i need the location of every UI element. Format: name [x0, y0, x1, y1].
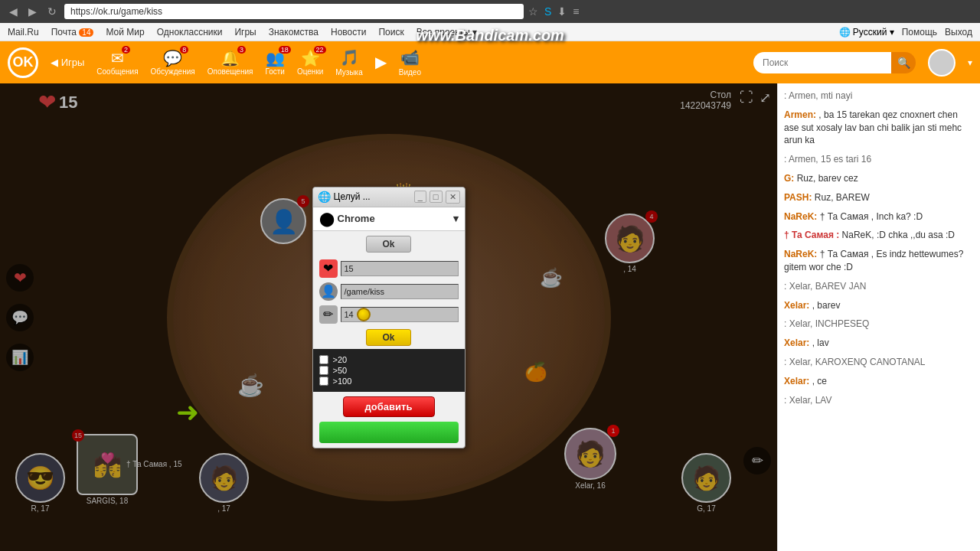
chat-text-6: NaReK, :D chka ,,du asa :D — [842, 230, 955, 240]
guests-badge: 18 — [279, 46, 291, 54]
pencil-row-icon: ✏ — [319, 305, 338, 324]
user-avatar[interactable] — [928, 49, 956, 77]
nav-pochta[interactable]: Почта 14 — [51, 27, 94, 37]
search-input[interactable] — [753, 52, 891, 73]
chat-sender-4: PASH: — [784, 192, 812, 203]
check-20-label: >20 — [333, 355, 348, 364]
dialog-window: 🌐 Целуй ... _ □ ✕ ⬤ Chrome ▾ Ok — [312, 187, 466, 448]
ok-button-2[interactable]: Ok — [366, 329, 410, 346]
game-area: ❤ 15 Стол 1422043749 ⛶ ⤢ ❤ 💬 📊 — [0, 83, 777, 551]
chat-anon-8: : Xelar, BAREV JAN — [784, 281, 866, 292]
main-content: ❤ 15 Стол 1422043749 ⛶ ⤢ ❤ 💬 📊 — [0, 83, 980, 551]
nav-notifications[interactable]: 🔔 3 Оповещения — [207, 49, 253, 76]
chat-msg-12: : Xelar, KAROXENQ CANOTANAL — [784, 356, 974, 369]
notifications-badge: 3 — [237, 46, 246, 54]
chat-panel: : Armen, mti nayi Armen: , ba 15 tarekan… — [777, 83, 980, 551]
top-nav: Mail.Ru Почта 14 Мой Мир Одноклассники И… — [0, 23, 980, 41]
chat-anon-14: : Xelar, LAV — [784, 395, 831, 406]
top-nav-right: 🌐 Русский ▾ Помощь Выход — [839, 27, 972, 37]
ok-logo[interactable]: OK — [8, 47, 38, 78]
chat-msg-7: NaReK: † Та Самая , Es indz hettewumes? … — [784, 248, 974, 274]
nav-znakomstva[interactable]: Знакомства — [269, 27, 318, 37]
chat-msg-4: PASH: Ruz, BAREW — [784, 191, 974, 204]
search-button[interactable]: 🔍 — [891, 52, 916, 73]
browser-name: Chrome — [338, 213, 375, 224]
messages-badge: 2 — [122, 46, 130, 54]
check-100[interactable] — [319, 377, 328, 386]
chat-msg-14: : Xelar, LAV — [784, 394, 974, 407]
check-50[interactable] — [319, 366, 328, 375]
chrome-icon: ⬤ — [319, 210, 335, 227]
number-value: 14 — [345, 310, 354, 319]
chat-sender-1: Armen: — [784, 109, 816, 120]
nav-vse-proekty[interactable]: Все проекты ▾ — [416, 27, 477, 37]
profile-dropdown[interactable]: ▾ — [968, 57, 972, 68]
language-selector[interactable]: 🌐 Русский ▾ — [839, 27, 894, 37]
chat-msg-3: G: Ruz, barev cez — [784, 172, 974, 185]
nav-mailru[interactable]: Mail.Ru — [8, 27, 39, 37]
skype-icon[interactable]: S — [544, 5, 551, 18]
ok-header: OK ◀ Игры ✉ 2 Сообщения 💬 8 Обсуждения 🔔… — [0, 41, 980, 83]
chat-msg-9: Xelar: , barev — [784, 299, 974, 312]
check-100-label: >100 — [333, 377, 352, 386]
ok-button-1[interactable]: Ok — [366, 236, 410, 253]
nav-ok[interactable]: Одноклассники — [157, 27, 223, 37]
restore-button[interactable]: □ — [430, 191, 443, 203]
back-button[interactable]: ◀ — [6, 4, 21, 19]
link-value-input[interactable]: /game/kiss — [341, 284, 459, 299]
nav-messages[interactable]: ✉ 2 Сообщения — [96, 49, 138, 76]
chat-anon-2: : Armen, 15 es tari 16 — [784, 154, 871, 165]
browser-chrome: ◀ ▶ ↻ https://ok.ru/game/kiss ☆ S ⬇ ≡ — [0, 0, 980, 23]
ratings-label: Оценки — [297, 67, 323, 76]
video-label: Видео — [399, 68, 421, 77]
refresh-button[interactable]: ↻ — [44, 4, 60, 19]
help-link[interactable]: Помощь — [902, 27, 937, 37]
check-20-row: >20 — [319, 355, 459, 364]
chat-anon-0: : Armen, mti nayi — [784, 90, 852, 101]
browser-selector-bar: ⬤ Chrome ▾ — [313, 207, 465, 231]
menu-icon[interactable]: ≡ — [573, 5, 579, 18]
nav-discussions[interactable]: 💬 8 Обсуждения — [151, 49, 195, 76]
minimize-button[interactable]: _ — [414, 191, 426, 203]
chat-anon-10: : Xelar, INCHPESEQ — [784, 318, 869, 329]
forward-button[interactable]: ▶ — [25, 4, 40, 19]
avatar-row-icon: 👤 — [319, 282, 338, 301]
nav-guests[interactable]: 👥 18 Гости — [265, 49, 284, 76]
number-row: ✏ 14 — [313, 303, 465, 326]
link-row: 👤 /game/kiss — [313, 280, 465, 303]
number-value-input[interactable]: 14 — [341, 307, 459, 322]
nav-novosti[interactable]: Новости — [331, 27, 366, 37]
heart-row: ❤ 15 — [313, 257, 465, 280]
nav-ratings[interactable]: ⭐ 22 Оценки — [297, 49, 323, 76]
discussions-label: Обсуждения — [151, 67, 195, 76]
check-20[interactable] — [319, 355, 328, 364]
bookmark-icon[interactable]: ☆ — [528, 5, 538, 18]
add-button[interactable]: добавить — [343, 396, 435, 417]
nav-igry[interactable]: Игры — [234, 27, 256, 37]
download-icon[interactable]: ⬇ — [557, 5, 567, 18]
nav-moimir[interactable]: Мой Мир — [106, 27, 144, 37]
dialog-titlebar: 🌐 Целуй ... _ □ ✕ — [313, 187, 465, 207]
chat-text-3: Ruz, barev cez — [797, 173, 858, 184]
chat-text-11: , lav — [812, 337, 829, 348]
chat-text-13: , ce — [812, 376, 827, 386]
close-button[interactable]: ✕ — [446, 191, 460, 204]
chat-msg-6: † Та Самая : NaReK, :D chka ,,du asa :D — [784, 229, 974, 242]
music-label: Музыка — [335, 68, 362, 77]
pochta-badge: 14 — [79, 28, 93, 37]
address-bar[interactable]: https://ok.ru/game/kiss — [64, 4, 524, 19]
logout-link[interactable]: Выход — [945, 27, 972, 37]
nav-poisk[interactable]: Поиск — [378, 27, 403, 37]
heart-row-icon: ❤ — [319, 259, 338, 278]
nav-play[interactable]: ▶ — [375, 53, 387, 73]
nav-music[interactable]: 🎵 Музыка — [335, 48, 362, 77]
dialog-icon: 🌐 — [318, 191, 331, 203]
dialog-title: Целуй ... — [334, 191, 411, 202]
nav-video[interactable]: 📹 Видео — [399, 48, 421, 77]
chat-sender-6: † Та Самая : — [784, 230, 839, 240]
check-50-row: >50 — [319, 366, 459, 375]
check-50-label: >50 — [333, 366, 348, 375]
back-games[interactable]: ◀ Игры — [51, 57, 84, 68]
browser-select[interactable]: Chrome ▾ — [338, 213, 459, 224]
heart-value-input[interactable]: 15 — [341, 261, 459, 276]
